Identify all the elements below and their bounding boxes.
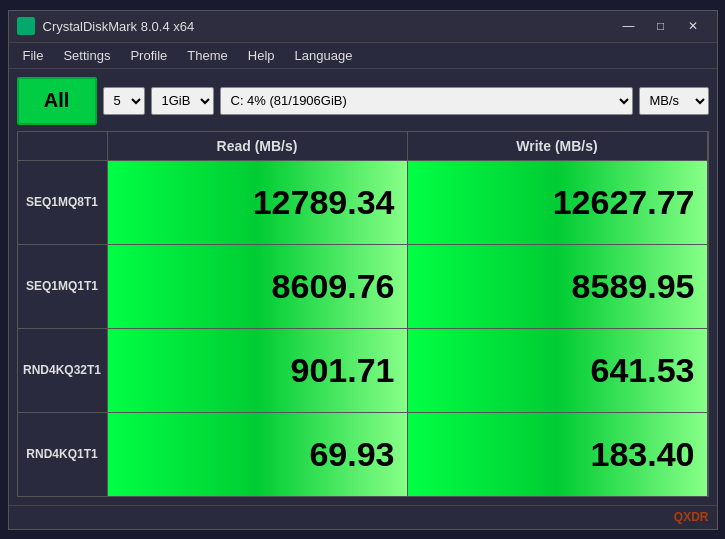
app-icon xyxy=(17,17,35,35)
cell-seq1m-q1t1-write: 8589.95 xyxy=(408,245,708,328)
cell-value: 8589.95 xyxy=(572,267,695,306)
maximize-button[interactable]: □ xyxy=(645,14,677,38)
row-label-rnd4k-q32t1: RND4K Q32T1 xyxy=(18,329,108,412)
row-label-seq1m-q8t1: SEQ1M Q8T1 xyxy=(18,161,108,244)
results-table: Read (MB/s) Write (MB/s) SEQ1M Q8T1 1278… xyxy=(17,131,709,497)
minimize-button[interactable]: — xyxy=(613,14,645,38)
row-label-seq1m-q1t1: SEQ1M Q1T1 xyxy=(18,245,108,328)
table-header: Read (MB/s) Write (MB/s) xyxy=(18,132,708,161)
th-empty xyxy=(18,132,108,161)
table-row: SEQ1M Q8T1 12789.34 12627.77 xyxy=(18,161,708,245)
menu-bar: File Settings Profile Theme Help Languag… xyxy=(9,43,717,69)
row-label-line1: RND4K xyxy=(23,362,64,379)
menu-language[interactable]: Language xyxy=(285,46,363,65)
size-select[interactable]: 1GiB xyxy=(151,87,214,115)
table-row: RND4K Q1T1 69.93 183.40 xyxy=(18,413,708,496)
row-label-line1: SEQ1M xyxy=(26,278,68,295)
cell-rnd4k-q1t1-write: 183.40 xyxy=(408,413,708,496)
row-label-line2: Q1T1 xyxy=(68,278,98,295)
status-bar: QXDR xyxy=(9,505,717,529)
row-label-line2: Q32T1 xyxy=(64,362,101,379)
cell-rnd4k-q32t1-read: 901.71 xyxy=(108,329,408,412)
row-label-line1: SEQ1M xyxy=(26,194,68,211)
th-write: Write (MB/s) xyxy=(408,132,708,161)
watermark-text: QXDR xyxy=(674,510,709,524)
drive-select[interactable]: C: 4% (81/1906GiB) xyxy=(220,87,633,115)
table-row: SEQ1M Q1T1 8609.76 8589.95 xyxy=(18,245,708,329)
cell-value: 901.71 xyxy=(291,351,395,390)
menu-file[interactable]: File xyxy=(13,46,54,65)
cell-value: 183.40 xyxy=(591,435,695,474)
table-row: RND4K Q32T1 901.71 641.53 xyxy=(18,329,708,413)
title-bar: CrystalDiskMark 8.0.4 x64 — □ ✕ xyxy=(9,11,717,43)
menu-help[interactable]: Help xyxy=(238,46,285,65)
cell-seq1m-q8t1-read: 12789.34 xyxy=(108,161,408,244)
cell-rnd4k-q32t1-write: 641.53 xyxy=(408,329,708,412)
cell-seq1m-q1t1-read: 8609.76 xyxy=(108,245,408,328)
row-label-line2: Q8T1 xyxy=(68,194,98,211)
menu-settings[interactable]: Settings xyxy=(53,46,120,65)
row-label-line2: Q1T1 xyxy=(68,446,98,463)
window-controls: — □ ✕ xyxy=(613,14,709,38)
menu-profile[interactable]: Profile xyxy=(120,46,177,65)
table-rows: SEQ1M Q8T1 12789.34 12627.77 SEQ1M Q1T1 xyxy=(18,161,708,496)
count-select[interactable]: 5 xyxy=(103,87,145,115)
cell-value: 69.93 xyxy=(309,435,394,474)
cell-value: 12627.77 xyxy=(553,183,695,222)
menu-theme[interactable]: Theme xyxy=(177,46,237,65)
cell-value: 12789.34 xyxy=(253,183,395,222)
unit-select[interactable]: MB/s xyxy=(639,87,709,115)
row-label-line1: RND4K xyxy=(26,446,67,463)
row-label-rnd4k-q1t1: RND4K Q1T1 xyxy=(18,413,108,496)
cell-rnd4k-q1t1-read: 69.93 xyxy=(108,413,408,496)
app-window: CrystalDiskMark 8.0.4 x64 — □ ✕ File Set… xyxy=(8,10,718,530)
cell-value: 8609.76 xyxy=(272,267,395,306)
close-button[interactable]: ✕ xyxy=(677,14,709,38)
window-title: CrystalDiskMark 8.0.4 x64 xyxy=(43,19,613,34)
cell-seq1m-q8t1-write: 12627.77 xyxy=(408,161,708,244)
toolbar: All 5 1GiB C: 4% (81/1906GiB) MB/s xyxy=(17,77,709,125)
th-read: Read (MB/s) xyxy=(108,132,408,161)
main-content: All 5 1GiB C: 4% (81/1906GiB) MB/s Read … xyxy=(9,69,717,505)
cell-value: 641.53 xyxy=(591,351,695,390)
all-button[interactable]: All xyxy=(17,77,97,125)
